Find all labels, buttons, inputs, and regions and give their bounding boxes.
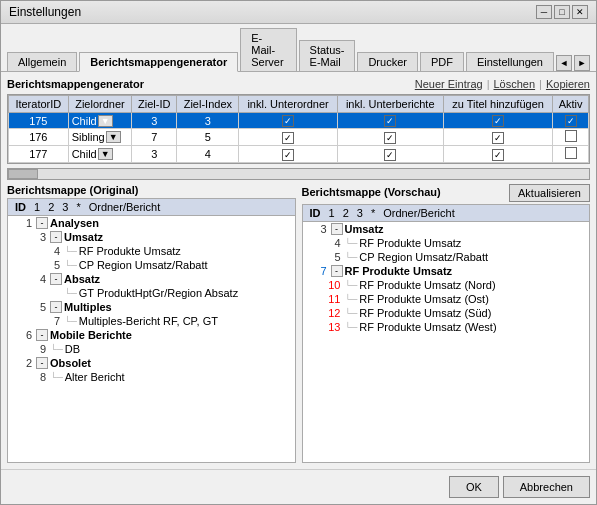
list-item[interactable]: └─GT ProduktHptGr/Region Absatz [8, 286, 295, 300]
list-item[interactable]: 7-RF Produkte Umsatz [303, 264, 590, 278]
col-header-iteratorid: IteratorID [9, 96, 69, 113]
cancel-button[interactable]: Abbrechen [503, 476, 590, 498]
tab-pdf[interactable]: PDF [420, 52, 464, 71]
left-report-panel: Berichtsmappe (Original) ID 1 2 3 * Ordn… [7, 184, 296, 463]
left-col-id: ID [12, 201, 29, 213]
tree-expand-icon[interactable]: - [50, 231, 62, 243]
list-item[interactable]: 8└─Alter Bericht [8, 370, 295, 384]
tree-expand-icon[interactable]: - [331, 223, 343, 235]
right-panel-header: Berichtsmappe (Vorschau) Aktualisieren [302, 184, 591, 202]
dropdown-arrow-icon[interactable]: ▼ [106, 131, 121, 143]
title-bar: Einstellungen ─ □ ✕ [1, 1, 596, 24]
kopieren-link[interactable]: Kopieren [546, 78, 590, 90]
list-item[interactable]: 11└─RF Produkte Umsatz (Ost) [303, 292, 590, 306]
list-item[interactable]: 4└─RF Produkte Umsatz [303, 236, 590, 250]
section-actions: Neuer Eintrag | Löschen | Kopieren [415, 78, 590, 90]
tab-email-server[interactable]: E-Mail-Server [240, 28, 296, 71]
left-col-3: 3 [59, 201, 71, 213]
minimize-button[interactable]: ─ [536, 5, 552, 19]
right-panel-title: Berichtsmappe (Vorschau) [302, 186, 441, 198]
lower-section: Berichtsmappe (Original) ID 1 2 3 * Ordn… [7, 184, 590, 463]
close-button[interactable]: ✕ [572, 5, 588, 19]
right-col-star: * [368, 207, 378, 219]
dropdown-arrow-icon[interactable]: ▼ [98, 115, 113, 127]
table-row[interactable]: 177Child▼34 [9, 146, 589, 163]
right-panel-col-header: ID 1 2 3 * Ordner/Bericht [302, 204, 591, 221]
table-row[interactable]: 175Child▼33 [9, 113, 589, 129]
loeschen-link[interactable]: Löschen [494, 78, 536, 90]
tab-navigation: ◄ ► [556, 55, 590, 71]
list-item[interactable]: 7└─Multiples-Bericht RF, CP, GT [8, 314, 295, 328]
list-item[interactable]: 10└─RF Produkte Umsatz (Nord) [303, 278, 590, 292]
tab-prev-button[interactable]: ◄ [556, 55, 572, 71]
list-item[interactable]: 9└─DB [8, 342, 295, 356]
scroll-thumb[interactable] [8, 169, 38, 179]
col-header-zielid: Ziel-ID [132, 96, 177, 113]
left-panel-title: Berichtsmappe (Original) [7, 184, 296, 196]
section-title: Berichtsmappengenerator [7, 78, 144, 90]
col-header-aktiv: Aktiv [553, 96, 589, 113]
list-item[interactable]: 5└─CP Region Umsatz/Rabatt [8, 258, 295, 272]
data-grid: IteratorID Zielordner Ziel-ID Ziel-Index… [8, 95, 589, 163]
main-window: Einstellungen ─ □ ✕ Allgemein Berichtsma… [0, 0, 597, 505]
maximize-button[interactable]: □ [554, 5, 570, 19]
tab-allgemein[interactable]: Allgemein [7, 52, 77, 71]
col-header-incl-unterberichte: inkl. Unterberichte [337, 96, 443, 113]
left-col-ordner: Ordner/Bericht [86, 201, 164, 213]
horizontal-scrollbar[interactable] [7, 168, 590, 180]
col-header-incl-unterordner: inkl. Unterordner [239, 96, 337, 113]
bottom-bar: OK Abbrechen [1, 469, 596, 504]
grid-container: IteratorID Zielordner Ziel-ID Ziel-Index… [7, 94, 590, 164]
tab-status-email[interactable]: Status-E-Mail [299, 40, 356, 71]
right-col-id: ID [307, 207, 324, 219]
tab-drucker[interactable]: Drucker [357, 52, 418, 71]
left-col-star: * [73, 201, 83, 213]
list-item[interactable]: 13└─RF Produkte Umsatz (West) [303, 320, 590, 334]
right-col-3: 3 [354, 207, 366, 219]
list-item[interactable]: 5└─CP Region Umsatz/Rabatt [303, 250, 590, 264]
right-col-1: 1 [326, 207, 338, 219]
tree-expand-icon[interactable]: - [36, 357, 48, 369]
main-content: Berichtsmappengenerator Neuer Eintrag | … [1, 72, 596, 469]
tree-expand-icon[interactable]: - [50, 273, 62, 285]
tree-expand-icon[interactable]: - [331, 265, 343, 277]
left-panel-header: ID 1 2 3 * Ordner/Bericht [7, 198, 296, 215]
left-col-1: 1 [31, 201, 43, 213]
right-tree[interactable]: 3-Umsatz4└─RF Produkte Umsatz5└─CP Regio… [302, 221, 591, 463]
tab-berichtsmappengenerator[interactable]: Berichtsmappengenerator [79, 52, 238, 72]
aktualisieren-button[interactable]: Aktualisieren [509, 184, 590, 202]
list-item[interactable]: 5-Multiples [8, 300, 295, 314]
right-col-2: 2 [340, 207, 352, 219]
col-header-zu-titel: zu Titel hinzufügen [443, 96, 552, 113]
title-bar-buttons: ─ □ ✕ [536, 5, 588, 19]
col-header-zielordner: Zielordner [68, 96, 132, 113]
section-header: Berichtsmappengenerator Neuer Eintrag | … [7, 78, 590, 90]
left-tree[interactable]: 1-Analysen3-Umsatz4└─RF Produkte Umsatz5… [7, 215, 296, 463]
tree-expand-icon[interactable]: - [36, 329, 48, 341]
list-item[interactable]: 2-Obsolet [8, 356, 295, 370]
list-item[interactable]: 6-Mobile Berichte [8, 328, 295, 342]
right-col-ordner: Ordner/Bericht [380, 207, 458, 219]
list-item[interactable]: 1-Analysen [8, 216, 295, 230]
tree-expand-icon[interactable]: - [36, 217, 48, 229]
tab-next-button[interactable]: ► [574, 55, 590, 71]
col-header-zielindex: Ziel-Index [177, 96, 239, 113]
list-item[interactable]: 3-Umsatz [303, 222, 590, 236]
tree-expand-icon[interactable]: - [50, 301, 62, 313]
list-item[interactable]: 3-Umsatz [8, 230, 295, 244]
table-row[interactable]: 176Sibling▼75 [9, 129, 589, 146]
tab-einstellungen[interactable]: Einstellungen [466, 52, 554, 71]
neuer-eintrag-link[interactable]: Neuer Eintrag [415, 78, 483, 90]
list-item[interactable]: 12└─RF Produkte Umsatz (Süd) [303, 306, 590, 320]
dropdown-arrow-icon[interactable]: ▼ [98, 148, 113, 160]
left-col-2: 2 [45, 201, 57, 213]
list-item[interactable]: 4└─RF Produkte Umsatz [8, 244, 295, 258]
tabs-row: Allgemein Berichtsmappengenerator E-Mail… [1, 24, 596, 72]
list-item[interactable]: 4-Absatz [8, 272, 295, 286]
window-title: Einstellungen [9, 5, 81, 19]
right-report-panel: Berichtsmappe (Vorschau) Aktualisieren I… [302, 184, 591, 463]
ok-button[interactable]: OK [449, 476, 499, 498]
